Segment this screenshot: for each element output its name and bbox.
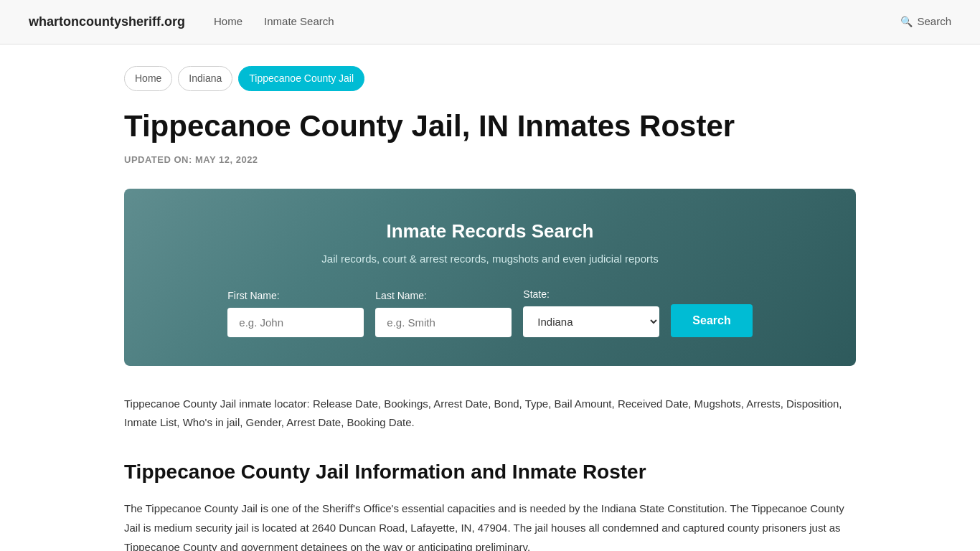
last-name-group: Last Name: [375, 288, 512, 337]
navbar-search[interactable]: 🔍 Search [900, 14, 951, 30]
search-icon: 🔍 [900, 14, 913, 29]
nav-home-link[interactable]: Home [214, 14, 242, 30]
search-box-title: Inmate Records Search [167, 217, 813, 245]
breadcrumb-home[interactable]: Home [124, 66, 172, 91]
navbar-nav: Home Inmate Search [214, 14, 900, 30]
search-box-subtitle: Jail records, court & arrest records, mu… [167, 251, 813, 268]
updated-label: UPDATED ON: MAY 12, 2022 [124, 153, 856, 167]
navbar-search-label: Search [917, 14, 951, 30]
section-title: Tippecanoe County Jail Information and I… [124, 457, 856, 487]
navbar-brand[interactable]: whartoncountysheriff.org [29, 12, 185, 32]
navbar: whartoncountysheriff.org Home Inmate Sea… [0, 0, 980, 44]
page-title: Tippecanoe County Jail, IN Inmates Roste… [124, 108, 856, 144]
state-label: State: [523, 287, 550, 302]
last-name-label: Last Name: [375, 288, 427, 303]
search-form: First Name: Last Name: State: AlabamaAla… [167, 287, 813, 337]
first-name-label: First Name: [227, 288, 279, 303]
description-text: Tippecanoe County Jail inmate locator: R… [124, 395, 856, 431]
state-select[interactable]: AlabamaAlaskaArizonaArkansasCaliforniaCo… [523, 306, 659, 337]
breadcrumb: Home Indiana Tippecanoe County Jail [124, 66, 856, 91]
breadcrumb-indiana[interactable]: Indiana [178, 66, 232, 91]
first-name-group: First Name: [227, 288, 364, 337]
breadcrumb-current[interactable]: Tippecanoe County Jail [238, 66, 364, 91]
section-body: The Tippecanoe County Jail is one of the… [124, 499, 856, 551]
last-name-input[interactable] [375, 308, 512, 337]
search-button[interactable]: Search [671, 304, 752, 337]
main-content: Home Indiana Tippecanoe County Jail Tipp… [95, 44, 885, 551]
search-box: Inmate Records Search Jail records, cour… [124, 189, 856, 367]
first-name-input[interactable] [227, 308, 364, 337]
nav-inmate-search-link[interactable]: Inmate Search [264, 14, 334, 30]
state-group: State: AlabamaAlaskaArizonaArkansasCalif… [523, 287, 659, 337]
